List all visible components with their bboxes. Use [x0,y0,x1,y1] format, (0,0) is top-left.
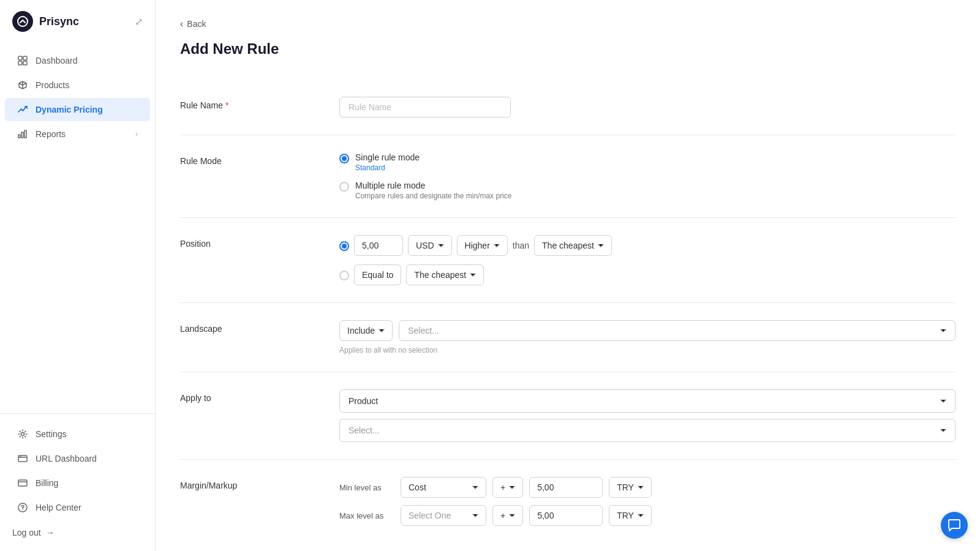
currency-select-button[interactable]: USD [408,235,452,256]
max-currency-select[interactable]: TRY [609,505,652,526]
min-operator-value: + [500,482,505,492]
sidebar-item-billing[interactable]: Billing [5,471,150,495]
reference2-select-button[interactable]: The cheapest [406,264,484,285]
single-rule-label: Single rule mode [355,152,420,162]
min-level-label: Min level as [339,483,394,492]
multiple-rule-mode-option[interactable]: Multiple rule mode Compare rules and des… [339,181,956,200]
apply-to-label: Apply to [180,389,315,442]
svg-rect-2 [23,56,27,60]
reference-value: The cheapest [542,241,594,250]
reference-select-button[interactable]: The cheapest [534,235,612,256]
sidebar-item-settings[interactable]: Settings [5,422,150,446]
max-operator-select[interactable]: + [492,505,523,526]
bar-chart-icon [17,129,28,140]
single-rule-mode-option[interactable]: Single rule mode Standard [339,152,956,172]
reference2-value: The cheapest [414,270,466,280]
currency-value: USD [416,241,434,250]
equal-to-label: Equal to [362,270,393,280]
rule-mode-content: Single rule mode Standard Multiple rule … [339,152,956,200]
card-icon [17,478,28,489]
include-chevron-icon [379,329,385,332]
min-value-input[interactable] [529,477,603,498]
min-operator-select[interactable]: + [492,477,523,498]
svg-point-11 [21,456,21,457]
landscape-placeholder: Select... [408,326,937,335]
landscape-chevron-icon [940,329,946,332]
chat-widget-button[interactable] [941,512,968,539]
max-value-input[interactable] [529,505,603,526]
rule-name-input[interactable] [339,97,511,118]
logout-label: Log out [12,528,41,538]
svg-rect-7 [24,130,26,138]
apply-to-chevron2-icon [940,429,946,432]
position-section: Position USD Higher than [180,218,956,303]
landscape-hint: Applies to all with no selection [339,346,956,354]
apply-to-chevron-icon [940,399,946,403]
rule-mode-label: Rule Mode [180,152,315,200]
position-label: Position [180,235,315,285]
landscape-section: Landscape Include Select... Applies to a… [180,303,956,372]
apply-to-content: Product Select... [339,389,956,442]
min-cost-select[interactable]: Cost [401,477,486,498]
than-text: than [513,241,529,250]
apply-to-selected: Product [349,396,378,406]
apply-to-section: Apply to Product Select... [180,372,956,460]
landscape-content: Include Select... Applies to all with no… [339,320,956,354]
position-row1: USD Higher than The cheapest [339,235,956,256]
svg-rect-3 [18,61,22,65]
sidebar-item-help-center-label: Help Center [36,503,81,512]
svg-point-8 [21,433,24,436]
sidebar-item-products[interactable]: Products [5,73,150,97]
sidebar-item-url-dashboard[interactable]: URL Dashboard [5,447,150,470]
logout-button[interactable]: Log out → [0,522,155,544]
min-currency-select[interactable]: TRY [609,477,652,498]
max-currency-chevron-icon [638,514,644,517]
position-row1-radio[interactable] [339,241,349,251]
min-currency-chevron-icon [638,485,644,489]
sidebar-item-help-center[interactable]: Help Center [5,496,150,519]
max-operator-chevron-icon [509,514,515,517]
logo-area: Prisync ⤢ [0,0,155,43]
sidebar-item-dynamic-pricing[interactable]: Dynamic Pricing [5,98,150,121]
rule-name-content [339,97,956,118]
landscape-select-wide[interactable]: Select... [399,320,956,341]
margin-markup-label: Margin/Markup [180,477,315,533]
svg-rect-6 [21,132,23,138]
rule-name-section: Rule Name * [180,80,956,135]
sidebar-expand-icon[interactable]: ⤢ [135,16,143,28]
apply-to-product-select[interactable]: Product [339,389,956,413]
position-row2-radio[interactable] [339,271,349,280]
apply-to-select2[interactable]: Select... [339,419,956,442]
main-nav: Dashboard Products Dynamic Pricing [0,43,155,413]
sidebar-item-dashboard[interactable]: Dashboard [5,49,150,72]
svg-rect-5 [18,135,20,138]
back-link[interactable]: ‹ Back [180,18,956,29]
max-operator-value: + [500,511,505,520]
sidebar-item-dashboard-label: Dashboard [36,56,78,66]
equal-to-button[interactable]: Equal to [354,264,401,285]
max-select[interactable]: Select One [401,505,486,526]
sidebar-item-dynamic-pricing-label: Dynamic Pricing [36,105,103,114]
sidebar: Prisync ⤢ Dashboard Pr [0,0,156,551]
reference2-chevron-icon [470,273,476,277]
position-value-input[interactable] [354,235,403,256]
sidebar-item-products-label: Products [36,80,69,90]
multiple-rule-radio[interactable] [339,182,349,192]
min-cost-chevron-icon [472,485,478,489]
rule-name-label: Rule Name * [180,97,315,118]
direction-chevron-icon [494,244,500,247]
logout-arrow-icon: → [46,528,55,538]
direction-select-button[interactable]: Higher [457,235,508,256]
sidebar-item-reports[interactable]: Reports › [5,122,150,146]
main-content: ‹ Back Add New Rule Rule Name * Rule Mod… [156,0,980,551]
min-currency-value: TRY [617,482,634,492]
single-rule-radio[interactable] [339,154,349,163]
logo-icon [12,11,33,32]
sidebar-item-settings-label: Settings [36,429,67,439]
app-name: Prisync [39,15,79,28]
grid-icon [17,55,28,66]
include-select-button[interactable]: Include [339,320,393,341]
sidebar-item-billing-label: Billing [36,478,58,488]
max-level-row: Max level as Select One + TRY [339,505,956,526]
svg-rect-12 [18,480,27,486]
